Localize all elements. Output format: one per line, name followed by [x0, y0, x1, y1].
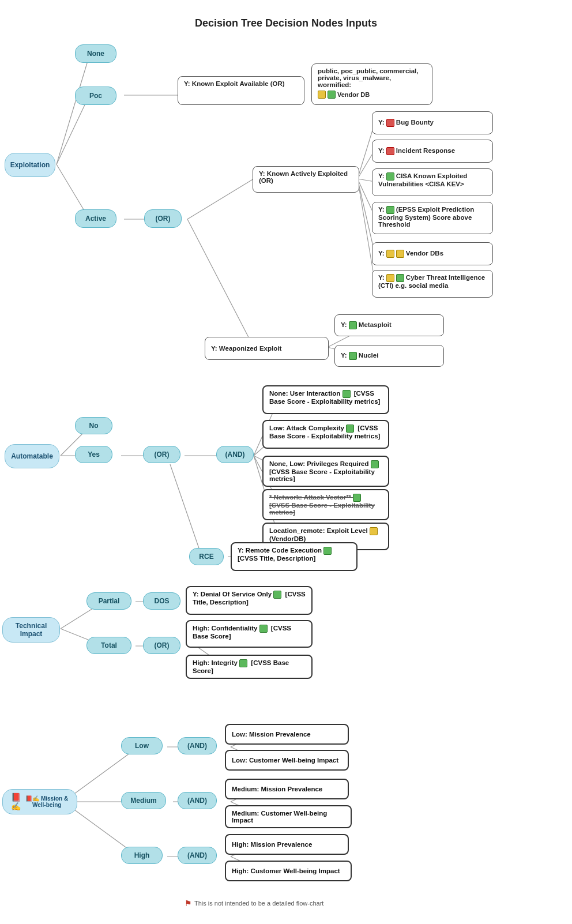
remote-code-box: Y: Remote Code Execution [CVSS Title, De… — [231, 542, 358, 571]
low-customer-box: Low: Customer Well-being Impact — [225, 750, 349, 771]
denial-of-service-box: Y: Denial Of Service Only [CVSS Title, D… — [186, 586, 313, 615]
mission-wellbeing-label: 📕✍️ Mission & Well-being — [24, 795, 70, 808]
and1-node: (AND) — [216, 446, 254, 463]
technical-impact-node: Technical Impact — [2, 617, 60, 643]
total-node: Total — [86, 637, 131, 654]
high-integrity-box: High: Integrity [CVSS Base Score] — [186, 655, 313, 679]
metasploit-box: Y: Metasploit — [334, 314, 444, 336]
known-actively-box: Y: Known Actively Exploited (OR) — [253, 166, 359, 193]
integrity-icon — [239, 659, 247, 667]
no-node: No — [75, 417, 112, 434]
high-customer-box: High: Customer Well-being Impact — [225, 861, 352, 881]
privileges-icon — [371, 460, 379, 468]
confidentiality-icon — [259, 625, 268, 633]
high-mission-box: High: Mission Prevalence — [225, 834, 349, 855]
rce-icon — [323, 547, 332, 555]
cisa-box: Y: CISA Known Exploited Vulnerabilities … — [372, 168, 493, 196]
privileges-required-box: None, Low: Privileges Required [CVSS Bas… — [262, 456, 389, 487]
attack-vector-icon — [353, 494, 361, 502]
epss-box: Y: (EPSS Exploit Prediction Scoring Syst… — [372, 202, 493, 234]
rce-node: RCE — [189, 548, 224, 565]
none-node: None — [75, 44, 116, 63]
incident-response-box: Y: Incident Response — [372, 140, 493, 163]
partial-node: Partial — [86, 592, 131, 610]
active-node: Active — [75, 209, 116, 228]
nuclei-box: Y: Nuclei — [334, 345, 444, 367]
mission-wellbeing-node: 📕✍️ 📕✍️ Mission & Well-being — [2, 789, 77, 814]
known-exploit-label: Y: Known Exploit Available (OR) — [184, 80, 285, 87]
user-interaction-box: None: User Interaction [CVSS Base Score … — [262, 385, 389, 414]
location-remote-icon — [370, 527, 378, 535]
or2-node: (OR) — [143, 446, 180, 463]
known-exploit-box: Y: Known Exploit Available (OR) — [178, 76, 304, 105]
svg-line-0 — [57, 55, 89, 164]
vendor-db-icon1 — [318, 91, 326, 99]
cisa-icon — [386, 172, 394, 181]
low-mission-label: Low: Mission Prevalence — [232, 731, 311, 738]
attack-complexity-box: Low: Attack Complexity [CVSS Base Score … — [262, 420, 389, 449]
attack-complexity-icon — [346, 425, 354, 433]
metasploit-label: Metasploit — [359, 321, 392, 328]
medium-node: Medium — [121, 792, 166, 809]
dos-icon — [273, 591, 281, 599]
vendor-dbs-icon1 — [386, 250, 394, 258]
known-exploit-detail-box: public, poc_public, commercial, private,… — [311, 63, 432, 105]
and3-node: (AND) — [178, 792, 217, 809]
poc-node: Poc — [75, 87, 116, 105]
vendor-dbs-box: Y: Vendor DBs — [372, 242, 493, 265]
weaponized-exploit-label: Y: Weaponized Exploit — [211, 345, 281, 352]
svg-line-24 — [170, 464, 202, 557]
yes-node: Yes — [75, 446, 112, 463]
or3-node: (OR) — [143, 637, 180, 654]
and2-node: (AND) — [178, 737, 217, 754]
high-confidentiality-box: High: Confidentiality [CVSS Base Score] — [186, 620, 313, 648]
vendor-db-icon2 — [328, 91, 336, 99]
known-actively-label: Y: Known Actively Exploited (OR) — [259, 170, 348, 184]
medium-customer-box: Medium: Customer Well-being Impact — [225, 805, 352, 828]
exploitation-node: Exploitation — [5, 153, 55, 177]
svg-line-6 — [187, 219, 254, 347]
metasploit-icon — [349, 321, 357, 329]
epss-icon — [386, 206, 394, 214]
user-interaction-icon — [343, 390, 351, 398]
vendor-db-label: Vendor DB — [337, 91, 370, 98]
high-node: High — [121, 847, 163, 864]
svg-line-1 — [57, 95, 89, 164]
weaponized-exploit-box: Y: Weaponized Exploit — [205, 337, 329, 360]
footnote: ⚑ This is not intended to be a detailed … — [185, 899, 323, 908]
vendor-dbs-icon2 — [396, 250, 404, 258]
medium-mission-box: Medium: Mission Prevalence — [225, 779, 349, 799]
page-title: Decision Tree Decision Nodes Inputs — [0, 7, 572, 35]
incident-response-icon — [386, 147, 394, 155]
low-node: Low — [121, 737, 163, 754]
nuclei-icon — [349, 352, 357, 360]
incident-response-label: Incident Response — [396, 147, 455, 154]
known-exploit-detail-text: public, poc_public, commercial, private,… — [318, 67, 418, 88]
or1-node: (OR) — [144, 209, 182, 228]
nuclei-label: Nuclei — [359, 352, 379, 359]
cti-icon1 — [386, 274, 394, 282]
footnote-text: This is not intended to be a detailed fl… — [194, 900, 323, 907]
svg-line-5 — [187, 179, 254, 219]
bug-bounty-box: Y: Bug Bounty — [372, 111, 493, 134]
attack-vector-box: * Network: Attack Vector** [CVSS Base Sc… — [262, 489, 389, 520]
low-mission-box: Low: Mission Prevalence — [225, 724, 349, 745]
cti-box: Y: Cyber Threat Intelligence (CTI) e.g. … — [372, 270, 493, 298]
high-mission-label: High: Mission Prevalence — [232, 841, 312, 848]
dos-node: DOS — [143, 592, 180, 610]
bug-bounty-label: Bug Bounty — [396, 119, 434, 126]
medium-customer-label: Medium: Customer Well-being Impact — [232, 810, 345, 824]
medium-mission-label: Medium: Mission Prevalence — [232, 786, 322, 792]
high-customer-label: High: Customer Well-being Impact — [232, 867, 340, 874]
bug-bounty-icon — [386, 119, 394, 127]
low-customer-label: Low: Customer Well-being Impact — [232, 757, 338, 764]
automatable-node: Automatable — [5, 444, 59, 468]
cti-icon2 — [396, 274, 404, 282]
and4-node: (AND) — [178, 847, 217, 864]
footnote-flag-icon: ⚑ — [185, 899, 192, 908]
vendor-dbs-label: Vendor DBs — [406, 250, 443, 257]
